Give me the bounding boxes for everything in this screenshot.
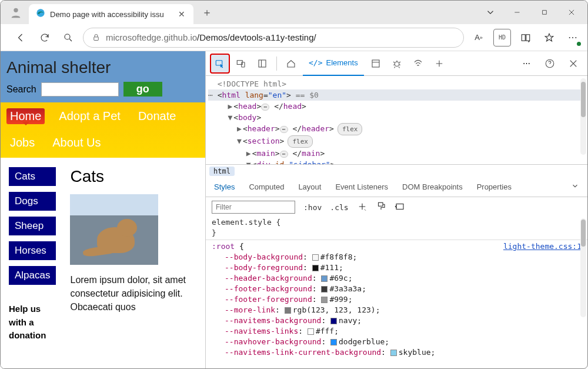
svg-point-3 xyxy=(65,34,70,39)
edge-icon xyxy=(36,8,45,20)
search-button[interactable] xyxy=(59,29,77,46)
nav-about[interactable]: About Us xyxy=(49,135,104,151)
flex-button[interactable] xyxy=(395,201,405,214)
code-icon: </> xyxy=(309,58,322,67)
address-bar: microsoftedge.github.io/Demos/devtools-a… xyxy=(1,24,587,51)
browser-tab[interactable]: Demo page with accessibility issu ✕ xyxy=(29,4,193,24)
content-paragraph: Lorem ipsum dolor, sit amet consectetur … xyxy=(70,273,202,314)
inspect-element-button[interactable] xyxy=(211,54,229,73)
more-tabs-button[interactable] xyxy=(430,54,449,73)
breadcrumb[interactable]: html xyxy=(206,164,587,177)
welcome-tab-button[interactable] xyxy=(282,54,300,73)
dom-tree[interactable]: <!DOCTYPE html> ⋯ <html lang="en"> == $0… xyxy=(206,76,587,164)
svg-rect-5 xyxy=(522,34,525,41)
page-title: Animal shelter xyxy=(6,58,199,77)
sidebar-item[interactable]: Cats xyxy=(9,167,56,186)
new-tab-button[interactable]: ＋ xyxy=(197,2,217,22)
profile-button[interactable] xyxy=(6,3,25,22)
nav-donate[interactable]: Donate xyxy=(135,108,180,124)
styles-filter-input[interactable] xyxy=(212,201,295,214)
nav-jobs[interactable]: Jobs xyxy=(6,135,38,151)
go-button[interactable]: go xyxy=(123,82,162,97)
sidebar-item[interactable]: Dogs xyxy=(9,192,56,211)
styles-subtabs: Styles Computed Layout Event Listeners D… xyxy=(206,177,587,197)
svg-rect-6 xyxy=(526,34,530,41)
css-property-row[interactable]: --footer-foreground: #999; xyxy=(212,294,582,305)
help-button[interactable] xyxy=(540,54,559,73)
svg-rect-11 xyxy=(372,60,379,67)
css-property-row[interactable]: --body-foreground: #111; xyxy=(212,262,582,273)
css-property-row[interactable]: --navitems-links: #fff; xyxy=(212,326,582,337)
new-style-button[interactable] xyxy=(357,201,368,214)
network-tab-button[interactable] xyxy=(409,54,427,73)
page-nav: Home Adopt a Pet Donate Jobs About Us xyxy=(1,102,205,158)
hd-button[interactable]: HD xyxy=(493,29,511,46)
back-button[interactable] xyxy=(12,29,30,46)
svg-rect-15 xyxy=(396,204,403,209)
subtab-dom-breakpoints[interactable]: DOM Breakpoints xyxy=(402,182,463,191)
subtab-computed[interactable]: Computed xyxy=(249,182,284,191)
window-minimize-button[interactable] xyxy=(504,3,531,22)
dom-scrollbar[interactable] xyxy=(580,78,586,155)
reload-button[interactable] xyxy=(36,29,54,46)
css-property-row[interactable]: --body-background: #f8f8f8; xyxy=(212,252,582,262)
styles-filter-bar: :hov .cls xyxy=(206,197,587,217)
url-field[interactable]: microsoftedge.github.io/Demos/devtools-a… xyxy=(83,28,464,48)
nav-home[interactable]: Home xyxy=(6,108,45,124)
content-heading: Cats xyxy=(70,167,202,186)
tab-title: Demo page with accessibility issu xyxy=(50,10,177,19)
css-property-row[interactable]: --more-link: rgb(123, 123, 123); xyxy=(212,305,582,315)
nav-adopt[interactable]: Adopt a Pet xyxy=(55,108,124,124)
dock-button[interactable] xyxy=(253,54,272,73)
elements-tab-label: Elements xyxy=(326,58,358,67)
devtools-toolbar: </> Elements ⋯ xyxy=(206,51,587,76)
reader-button[interactable] xyxy=(517,29,534,46)
chevron-down-icon[interactable] xyxy=(571,182,579,192)
subtab-event-listeners[interactable]: Event Listeners xyxy=(335,182,388,191)
css-property-row[interactable]: --navitems-background: navy; xyxy=(212,315,582,326)
subtab-properties[interactable]: Properties xyxy=(477,182,512,191)
subtab-styles[interactable]: Styles xyxy=(214,182,235,191)
css-property-row[interactable]: --navhover-background: dodgerblue; xyxy=(212,337,582,347)
sidebar-item[interactable]: Sheep xyxy=(9,217,56,235)
tab-close-button[interactable]: ✕ xyxy=(177,9,186,19)
svg-rect-14 xyxy=(378,202,383,206)
sidebar-item[interactable]: Alpacas xyxy=(9,266,56,285)
css-property-row[interactable]: --header-background: #69c; xyxy=(212,273,582,284)
sidebar: Cats Dogs Sheep Horses Alpacas Help us w… xyxy=(9,167,56,343)
svg-point-0 xyxy=(14,8,18,12)
lock-icon xyxy=(92,33,101,42)
donation-text: Help us with a donation xyxy=(9,302,56,343)
device-toolbar-button[interactable] xyxy=(232,54,250,73)
svg-rect-4 xyxy=(94,36,99,40)
css-property-row[interactable]: --footer-background: #3a3a3a; xyxy=(212,284,582,294)
window-titlebar: Demo page with accessibility issu ✕ ＋ xyxy=(1,1,587,24)
page-viewport: Animal shelter Search go Home Adopt a Pe… xyxy=(1,51,205,369)
devtools-close-button[interactable] xyxy=(564,54,583,73)
css-source-link[interactable]: light-theme.css:1 xyxy=(503,241,582,252)
cat-image xyxy=(70,194,158,265)
hov-toggle[interactable]: :hov xyxy=(303,203,322,212)
chevron-down-icon[interactable] xyxy=(477,3,504,22)
devtools-more-button[interactable]: ⋯ xyxy=(517,54,536,73)
elements-tab[interactable]: </> Elements xyxy=(303,51,364,76)
page-header: Animal shelter Search go xyxy=(1,51,205,102)
sidebar-item[interactable]: Horses xyxy=(9,241,56,260)
styles-scrollbar[interactable] xyxy=(580,218,586,317)
svg-rect-2 xyxy=(542,10,546,14)
svg-point-12 xyxy=(395,62,399,67)
read-aloud-button[interactable]: A» xyxy=(470,29,487,46)
window-maximize-button[interactable] xyxy=(531,3,558,22)
search-label: Search xyxy=(6,84,36,95)
bug-tab-button[interactable] xyxy=(387,54,406,73)
subtab-layout[interactable]: Layout xyxy=(298,182,321,191)
app-tab-button[interactable] xyxy=(366,54,385,73)
more-button[interactable]: ⋯ xyxy=(564,29,582,46)
window-close-button[interactable] xyxy=(558,3,585,22)
search-input[interactable] xyxy=(41,82,119,97)
styles-pane[interactable]: element.style { } :root {light-theme.css… xyxy=(206,217,587,369)
css-property-row[interactable]: --navitems-link-current-background: skyb… xyxy=(212,347,582,358)
paint-button[interactable] xyxy=(376,201,386,214)
cls-toggle[interactable]: .cls xyxy=(330,203,348,212)
favorite-button[interactable] xyxy=(540,29,558,46)
